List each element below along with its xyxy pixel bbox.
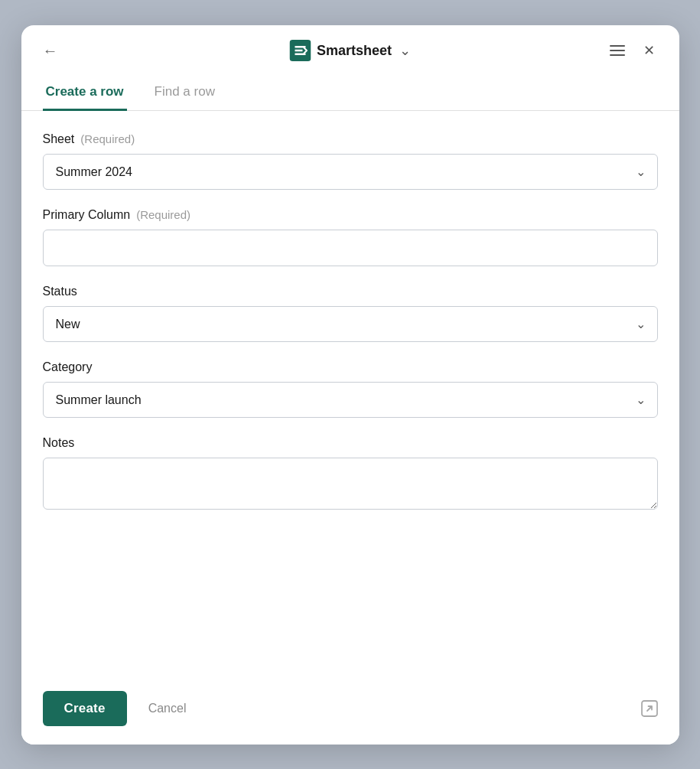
logo-chevron-icon[interactable]: ⌄ bbox=[399, 42, 411, 59]
close-button[interactable]: ✕ bbox=[640, 39, 658, 62]
hamburger-icon bbox=[610, 45, 625, 56]
primary-column-field-group: Primary Column (Required) bbox=[43, 208, 658, 266]
logo-area: Smartsheet ⌄ bbox=[289, 40, 411, 61]
external-link-icon bbox=[641, 700, 658, 717]
form-content: Sheet (Required) Summer 2024 Winter 2024… bbox=[21, 111, 679, 676]
tabs-container: Create a row Find a row bbox=[21, 73, 679, 111]
category-select-wrapper: Summer launch Winter launch Spring launc… bbox=[43, 382, 658, 418]
status-select-wrapper: New In Progress Done ⌄ bbox=[43, 306, 658, 342]
sheet-select-wrapper: Summer 2024 Winter 2024 Spring 2025 ⌄ bbox=[43, 154, 658, 190]
menu-button[interactable] bbox=[607, 42, 628, 59]
smartsheet-logo-icon bbox=[289, 40, 311, 61]
header-left: ← bbox=[43, 39, 64, 63]
back-icon: ← bbox=[43, 42, 58, 60]
back-button[interactable]: ← bbox=[43, 39, 64, 63]
primary-column-label: Primary Column (Required) bbox=[43, 208, 658, 222]
app-window: ← Smartsheet ⌄ ✕ bbox=[21, 25, 679, 745]
notes-field-group: Notes bbox=[43, 436, 658, 513]
sheet-field-group: Sheet (Required) Summer 2024 Winter 2024… bbox=[43, 132, 658, 190]
status-select[interactable]: New In Progress Done bbox=[43, 306, 658, 342]
external-link-button[interactable] bbox=[641, 700, 658, 717]
sheet-select[interactable]: Summer 2024 Winter 2024 Spring 2025 bbox=[43, 154, 658, 190]
category-field-group: Category Summer launch Winter launch Spr… bbox=[43, 360, 658, 418]
tab-create-row[interactable]: Create a row bbox=[43, 73, 127, 111]
sheet-label: Sheet (Required) bbox=[43, 132, 658, 146]
footer: Create Cancel bbox=[21, 676, 679, 745]
category-select[interactable]: Summer launch Winter launch Spring launc… bbox=[43, 382, 658, 418]
notes-label: Notes bbox=[43, 436, 658, 450]
sheet-required: (Required) bbox=[80, 132, 135, 145]
close-icon: ✕ bbox=[643, 42, 655, 59]
status-field-group: Status New In Progress Done ⌄ bbox=[43, 285, 658, 342]
primary-column-input[interactable] bbox=[43, 230, 658, 266]
tab-find-row[interactable]: Find a row bbox=[151, 73, 218, 111]
create-button[interactable]: Create bbox=[43, 691, 127, 726]
header-right: ✕ bbox=[607, 39, 658, 62]
logo-text: Smartsheet bbox=[317, 43, 392, 59]
header: ← Smartsheet ⌄ ✕ bbox=[21, 25, 679, 73]
category-label: Category bbox=[43, 360, 658, 374]
status-label: Status bbox=[43, 285, 658, 298]
notes-textarea[interactable] bbox=[43, 458, 658, 510]
primary-column-required: (Required) bbox=[136, 208, 190, 221]
cancel-button[interactable]: Cancel bbox=[139, 692, 196, 725]
